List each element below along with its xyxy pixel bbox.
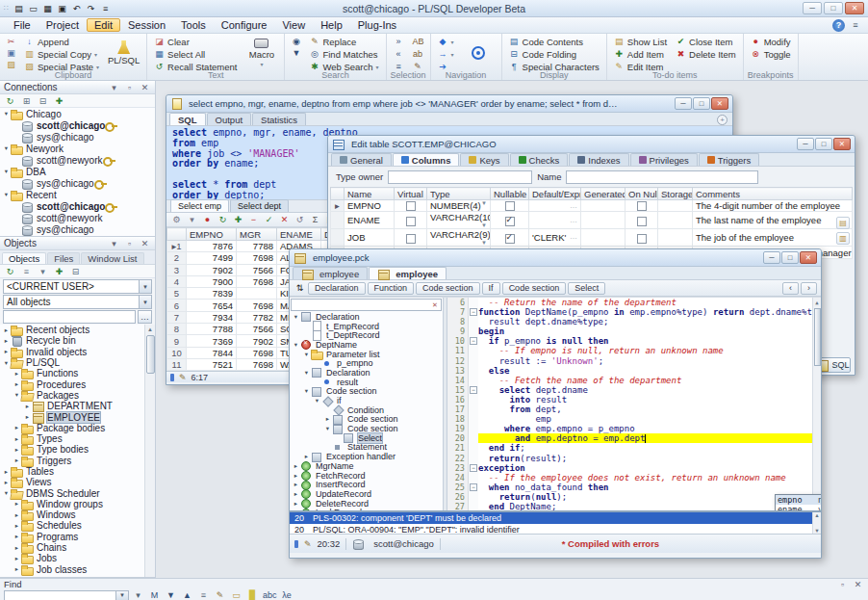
connection-sys-chicago[interactable]: sys@chicago (0, 223, 155, 235)
find-term-combo[interactable]: ▼ (4, 590, 129, 600)
close-button[interactable]: ✕ (845, 2, 864, 14)
find-tool-icon[interactable]: ▉ (246, 589, 259, 600)
menu-plug-ins[interactable]: Plug-Ins (350, 18, 404, 32)
collapsed-arrow-icon[interactable]: ▸ (2, 479, 11, 486)
column-header-type[interactable]: Type (427, 188, 491, 200)
expanded-arrow-icon[interactable]: ▾ (292, 341, 300, 349)
fold-icon[interactable]: − (470, 337, 477, 345)
node-select[interactable]: Select (290, 433, 443, 443)
type-owner-input[interactable] (388, 170, 532, 184)
ribbon-tool-button[interactable]: →▾ (436, 48, 456, 60)
collapsed-arrow-icon[interactable]: ▸ (13, 522, 21, 530)
ribbon-tool-button[interactable]: » (392, 36, 406, 47)
scroll-up-icon[interactable]: ▲ (814, 512, 819, 518)
employee-package-window[interactable]: employee.pck ─□✕ employeeemployee ⇅Decla… (289, 248, 822, 559)
virtual-checkbox[interactable] (406, 234, 416, 244)
interface-icon[interactable]: ≡ (849, 19, 862, 32)
find-tool-icon[interactable]: λe (281, 589, 294, 600)
object-functions[interactable]: ▸Functions (0, 368, 155, 378)
chevron-down-icon[interactable]: ▼ (481, 240, 487, 246)
close-button[interactable]: ✕ (711, 97, 728, 110)
menu-help[interactable]: Help (313, 18, 350, 32)
collapsed-arrow-icon[interactable]: ▸ (292, 500, 300, 508)
ellipsis-button[interactable]: … (570, 201, 577, 210)
macro-button[interactable]: Macro▾ (243, 36, 279, 70)
panel-button-icon[interactable]: ▫ (123, 238, 136, 249)
connection-scott-newyork[interactable]: scott@newyork (0, 154, 155, 166)
expanded-arrow-icon[interactable]: ▾ (313, 397, 321, 404)
scrollbar-thumb[interactable] (814, 308, 821, 366)
find-tool-icon[interactable]: ✎ (214, 589, 226, 600)
connection-scott-chicago[interactable]: scott@chicago (0, 200, 155, 212)
replace-button[interactable]: ✎Replace (307, 36, 380, 47)
quick-access-icon[interactable]: ▭ (27, 3, 39, 14)
scroll-down-icon[interactable]: ▼ (814, 528, 819, 534)
code-folding-button[interactable]: ⊟Code Folding (507, 48, 601, 60)
object-tables[interactable]: ▸Tables (0, 466, 155, 477)
column-header-comments[interactable]: Comments (693, 188, 853, 200)
result-tab-select-emp[interactable]: Select emp (170, 199, 229, 212)
target-button[interactable] (461, 36, 497, 70)
ribbon-tool-button[interactable]: « (392, 48, 406, 60)
side-tool-icon[interactable]: ▥ (836, 232, 850, 245)
tab-sql[interactable]: SQL (169, 113, 206, 125)
sql-window-titlebar[interactable]: select empno, mgr, ename, deptno from em… (166, 95, 732, 113)
grid-tool-icon[interactable]: − (247, 214, 260, 225)
menu-project[interactable]: Project (38, 18, 87, 32)
connection-dba[interactable]: ▾DBA (0, 166, 155, 177)
virtual-checkbox[interactable] (406, 217, 416, 226)
menu-tools[interactable]: Tools (173, 18, 214, 32)
expanded-arrow-icon[interactable]: ▾ (2, 191, 11, 198)
expanded-arrow-icon[interactable]: ▾ (2, 110, 11, 117)
connection-chicago[interactable]: ▾Chicago (0, 108, 155, 119)
tab-statistics[interactable]: Statistics (252, 113, 306, 125)
expanded-arrow-icon[interactable]: ▾ (292, 313, 300, 321)
expanded-arrow-icon[interactable]: ▾ (302, 387, 311, 395)
ribbon-tool-button[interactable]: AB (411, 36, 425, 47)
browse-button[interactable]: … (138, 310, 152, 324)
breadcrumb-function[interactable]: Function (368, 282, 415, 295)
collapsed-arrow-icon[interactable]: ▸ (292, 472, 300, 480)
expanded-arrow-icon[interactable]: ▾ (323, 425, 332, 432)
collapsed-arrow-icon[interactable]: ▸ (292, 481, 300, 488)
table-row[interactable]: JOBVARCHAR2(9)▼'CLERK'…The job of the em… (331, 229, 853, 247)
expanded-arrow-icon[interactable]: ▾ (2, 144, 11, 152)
panel-button-icon[interactable]: ✕ (139, 238, 151, 249)
collapsed-arrow-icon[interactable]: ▸ (323, 415, 332, 423)
object-chains[interactable]: ▸Chains (0, 542, 155, 553)
ribbon-tool-icon[interactable]: ▨ (5, 59, 17, 69)
breadcrumb-code-section[interactable]: Code section (416, 282, 480, 295)
grid-tool-icon[interactable]: Σ (309, 214, 321, 225)
column-header-name[interactable]: Name (345, 188, 395, 200)
ribbon-tool-icon[interactable]: ✂ (5, 36, 17, 46)
on-null-checkbox[interactable] (637, 217, 647, 226)
table-row[interactable]: ENAMEVARCHAR2(10)▼…The last name of the … (331, 212, 853, 229)
collapsed-arrow-icon[interactable]: ▸ (13, 424, 21, 431)
expanded-arrow-icon[interactable]: ▾ (2, 489, 11, 497)
column-header-generated[interactable]: Generated (581, 188, 625, 200)
panel-button-icon[interactable]: ▾ (108, 238, 120, 249)
employee-window-titlebar[interactable]: employee.pck ─□✕ (290, 249, 821, 267)
grid-tool-icon[interactable]: ▾ (186, 214, 198, 225)
find-matches-button[interactable]: ◎Find Matches (307, 48, 380, 60)
add-item-button[interactable]: ✚Add Item (612, 48, 669, 60)
append-button[interactable]: ↓Append (22, 36, 101, 47)
collapsed-arrow-icon[interactable]: ▸ (13, 555, 21, 562)
connections-tool-icon[interactable]: ⊞ (20, 95, 33, 107)
current-user-combo[interactable]: <CURRENT USER> ▼ (3, 279, 152, 294)
objects-tool-icon[interactable]: ≡ (20, 266, 33, 277)
collapsed-arrow-icon[interactable]: ▸ (13, 511, 21, 519)
quick-access-icon[interactable]: ▤ (13, 3, 25, 14)
pl-sql-button[interactable]: PL/SQL (106, 36, 141, 70)
connection-scott-newyork[interactable]: scott@newyork (0, 212, 155, 223)
grid-tool-icon[interactable]: ● (201, 214, 214, 225)
side-tool-icon[interactable]: ▤ (836, 217, 850, 229)
toggle-button[interactable]: ⊗Toggle (749, 48, 793, 60)
maximize-button[interactable]: □ (693, 97, 710, 110)
result-tab-select-dept[interactable]: Select dept (230, 199, 289, 212)
fold-icon[interactable]: − (470, 308, 477, 316)
node-condition[interactable]: Condition (290, 405, 443, 415)
column-header-mgr[interactable]: MGR (237, 228, 277, 241)
close-item-button[interactable]: ✔Close Item (674, 36, 738, 47)
fold-icon[interactable]: − (470, 386, 477, 394)
